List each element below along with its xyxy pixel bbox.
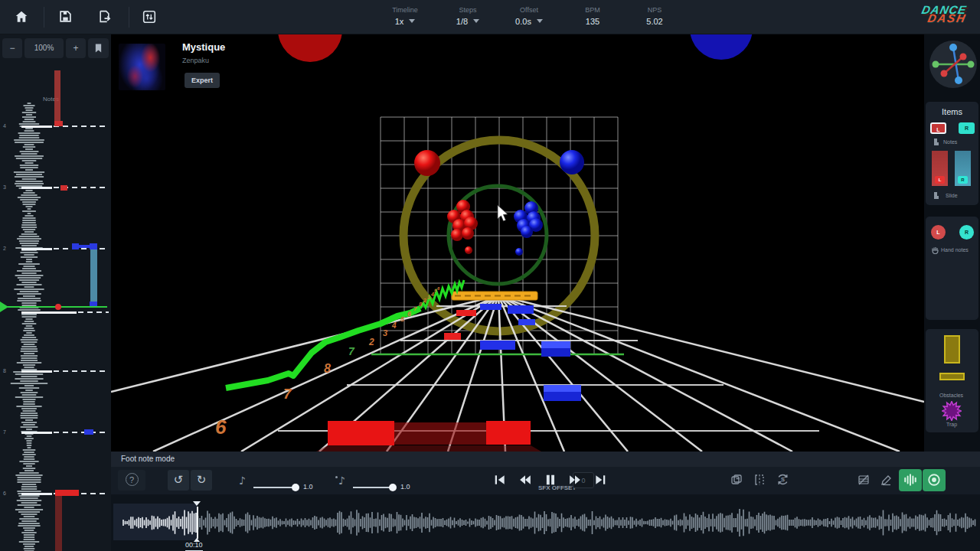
track-note-red[interactable] [456,310,476,316]
export-button[interactable] [98,10,121,25]
track-note-blue[interactable] [541,341,570,348]
music-note-icon: ♪ [239,474,246,487]
sfx-rate-slider[interactable] [353,487,393,488]
steps-field[interactable]: Steps 1/8 [443,6,493,28]
track-note-blue[interactable] [480,341,515,350]
hand-icon [931,246,939,254]
timeline-speed-field[interactable]: Timeline 1x [380,6,430,28]
chevron-down-icon [473,19,479,23]
sidebar-note-red[interactable] [54,121,63,126]
track-slide-red-head[interactable] [328,421,394,445]
difficulty-badge[interactable]: Expert [185,73,220,88]
chevron-down-icon [409,19,415,23]
note-right-button[interactable]: R [959,122,975,134]
track-slide-red-body[interactable] [394,422,486,445]
sidebar-playhead-arrow[interactable] [0,302,8,312]
track-slide-red-head[interactable] [486,421,531,445]
trap-item[interactable] [942,401,962,421]
album-art[interactable] [119,44,165,90]
sidebar-note-blue[interactable] [72,243,79,249]
dance-dash-logo: DANCE DASH [920,5,970,23]
slide-right-item[interactable]: R [955,151,971,186]
audio-waveform[interactable] [111,494,980,551]
foot-icon [933,139,939,145]
skip-to-start-button[interactable] [494,474,509,487]
song-artist: Zenpaku [182,57,209,64]
slide-left-item[interactable]: L [932,151,948,186]
sfx-rate-slider-knob[interactable] [389,484,397,491]
note-left-button[interactable]: L [930,122,946,134]
waveform-playhead[interactable] [197,507,198,539]
offset-value: 0.0s [515,17,531,26]
save-button[interactable] [59,10,82,25]
skip-to-end-button[interactable] [594,474,609,487]
timeline-sidebar[interactable]: − 100% + Notes 432876 [0,34,111,551]
sidebar-slide-hold-teal[interactable] [90,249,97,303]
toggle-grid-button[interactable] [853,470,874,491]
hand-note-right-button[interactable]: R [959,225,974,240]
sidebar-note-red[interactable] [60,185,67,191]
music-rate-value: 1.0 [303,483,313,491]
red-ball-large[interactable] [414,150,440,176]
music-rate-slider-knob[interactable] [292,484,299,491]
steps-label: Steps [443,6,493,14]
bpm-label: BPM [567,6,618,14]
foot-icon [933,192,939,199]
mode-label: Foot note mode [121,455,175,463]
bpm-value: 135 [586,17,599,26]
playhead-time: 00:10 [185,541,203,551]
song-title: Mystique [182,41,225,53]
sidebar-hold-red[interactable] [55,496,62,551]
fast-forward-button[interactable] [569,474,584,487]
playhead-marker-top[interactable] [193,501,201,506]
home-button[interactable] [15,10,38,25]
sidebar-hold-red[interactable] [54,70,60,122]
info-toggle-button[interactable] [923,469,946,491]
offset-label: Offset [504,6,554,14]
mode-statusbar: Foot note mode [111,452,980,467]
help-button[interactable]: ? [118,470,145,491]
nps-field: NPS 5.02 [629,6,680,28]
sidebar-note-blue[interactable] [84,429,93,435]
copy-selection-button[interactable] [726,470,747,491]
hand-note-left-button[interactable]: L [931,225,946,240]
sidebar-note-red-long[interactable] [55,490,79,496]
items-card-obstacles: Obstacles Trap [926,329,978,432]
obstacle-bar[interactable] [452,292,537,300]
adjust-offsets-button[interactable] [142,10,165,25]
pause-button[interactable] [544,474,560,487]
timeline-value: 1x [395,17,404,26]
sfx-curve-toggle-button[interactable] [899,469,922,491]
track-note-blue[interactable] [508,305,534,314]
sidebar-note-blue[interactable] [90,243,97,249]
hand-notes-label: Hand notes [941,247,969,253]
swap-hands-button[interactable]: S [772,470,793,491]
items-card-notes: Items L R Notes L R Slide [926,102,978,205]
music-rate-slider[interactable] [253,487,296,488]
sidebar-playhead-note-dot [55,304,61,310]
editor-3d-viewport[interactable]: 6787234567823456 Mystique Zenpaku Expert [111,34,924,452]
sidebar-slide-connector-blue [79,245,90,248]
top-toolbar: Timeline 1x Steps 1/8 Offset 0.0s BPM 13… [0,0,980,34]
orientation-gizmo-icon[interactable] [929,41,977,88]
blue-ball-large[interactable] [560,150,584,174]
track-note-blue[interactable] [480,304,501,310]
rewind-button[interactable] [519,474,534,487]
dance-dash-editor: Timeline 1x Steps 1/8 Offset 0.0s BPM 13… [0,0,980,551]
slide-label: Slide [946,193,958,198]
offset-field[interactable]: Offset 0.0s [504,6,554,28]
audio-waveform-timeline[interactable]: 00:10 [111,494,980,551]
pen-tool-button[interactable] [876,470,897,491]
track-note-red[interactable] [444,333,461,340]
obstacle-wall-item[interactable] [944,335,960,364]
obstacle-bar-item[interactable] [939,373,965,380]
items-card-hand-notes: L R Hand notes [926,217,978,320]
logo-line2: DASH [927,13,968,23]
track-note-blue[interactable] [544,385,581,392]
undo-button[interactable]: ↺ [168,470,189,491]
redo-button[interactable]: ↻ [191,470,212,491]
track-note-blue[interactable] [518,319,535,325]
track-note-blue [544,392,581,401]
mirror-flip-button[interactable] [749,470,770,491]
sfx-note-icon: ♪ [338,474,345,487]
